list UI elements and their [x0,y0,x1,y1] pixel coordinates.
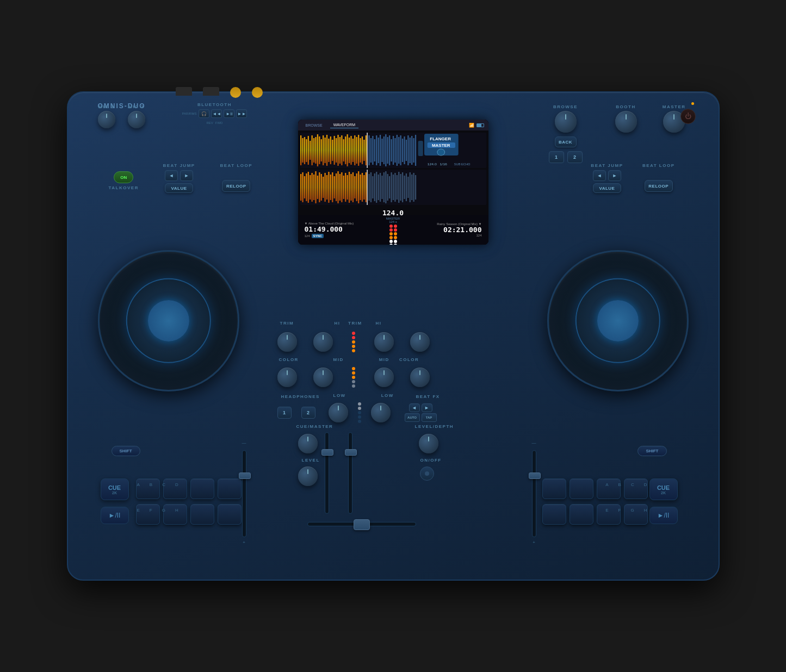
mic2-knob[interactable] [128,111,145,128]
left-fader-track[interactable] [242,450,246,537]
transport-play[interactable]: ►II [224,109,234,118]
right-pad-f-label: F [618,508,621,513]
color-left-knob[interactable] [277,368,297,387]
trim-right-knob[interactable] [410,332,430,352]
right-pad-c[interactable] [597,478,621,499]
right-fader-track[interactable] [532,450,536,537]
svg-rect-32 [360,138,361,163]
right-play-button[interactable]: ►/II [649,507,678,524]
mic2-section: MIC 2 [128,104,145,128]
load-button-2[interactable]: 2 [567,151,583,163]
left-beat-jump-fwd[interactable]: ► [180,170,193,181]
on-button[interactable]: ON [114,171,133,183]
left-beat-jump-back[interactable]: ◄ [165,170,178,181]
left-beat-loop-reloop[interactable]: RELOOP [222,180,250,192]
hi-left-knob[interactable] [313,332,333,352]
screen-tab-waveform[interactable]: WAVEFORM [330,122,358,128]
mixer-row1 [277,332,430,352]
left-channel-fader[interactable] [325,432,329,514]
svg-rect-112 [374,173,375,201]
right-beat-jump-back[interactable]: ◄ [593,170,606,181]
mixer-row3: 1 2 ◄ ► AUTO TAP [277,402,437,423]
mid-left-knob[interactable] [313,368,333,387]
left-pad-e[interactable] [136,504,160,525]
left-play-button[interactable]: ►/II [101,507,129,524]
left-pad-c[interactable] [190,478,214,499]
right-channel-fader-handle[interactable] [345,449,357,456]
right-fader-section: — + [532,440,536,549]
left-pad-g[interactable] [190,504,214,525]
left-shift-button[interactable]: SHIFT [112,446,140,456]
auto-button[interactable]: AUTO [405,413,420,422]
right-jog-wheel[interactable] [547,250,689,391]
hp-button-2[interactable]: 2 [301,407,315,419]
transport-prev[interactable]: ◄◄ [211,109,222,118]
right-pad-g[interactable] [597,504,621,525]
right-beat-jump-label: BEAT JUMP [591,163,623,168]
crossfader-track[interactable] [307,522,416,526]
svg-rect-132 [411,175,412,200]
beat-fx-fwd[interactable]: ► [422,403,432,412]
back-button[interactable]: BACK [555,136,577,147]
left-beat-jump-value[interactable]: VALUE [165,183,193,193]
low-left-knob[interactable] [329,403,348,422]
cue-master-knob[interactable] [298,434,318,453]
svg-rect-100 [352,172,353,202]
svg-point-67 [437,149,444,155]
right-channel-fader[interactable] [348,432,352,514]
left-cue-button[interactable]: CUE 2K [101,478,129,500]
browse-knob[interactable] [555,111,577,133]
left-pad-b[interactable] [163,478,187,499]
booth-knob[interactable] [615,111,637,133]
crossfader-handle[interactable] [354,519,370,530]
left-channel-fader-handle[interactable] [321,449,333,456]
svg-rect-72 [300,174,301,201]
svg-rect-11 [320,139,321,161]
beat-fx-back[interactable]: ◄ [409,403,420,412]
left-pad-h[interactable] [218,504,242,525]
right-shift-button[interactable]: SHIFT [638,446,666,456]
trim-left-knob[interactable] [277,332,297,352]
connector-gold-2 [252,87,263,98]
left-fader-handle[interactable] [239,472,251,479]
right-pad-b[interactable] [570,478,593,499]
low-right-knob[interactable] [371,403,391,422]
load-button-1[interactable]: 1 [549,151,564,163]
left-pad-f[interactable] [163,504,187,525]
svg-text:SUB ECHO: SUB ECHO [454,163,470,166]
right-pad-h[interactable] [624,504,648,525]
svg-rect-123 [394,173,395,202]
level-depth-knob[interactable] [419,434,438,453]
right-pad-e[interactable] [542,504,566,525]
sync-button[interactable]: SYNC [312,234,324,238]
right-cue-button[interactable]: CUE 2K [649,478,678,500]
hp-button-1[interactable]: 1 [277,407,292,419]
hi-right-knob[interactable] [374,332,394,352]
right-beat-jump-fwd[interactable]: ► [608,170,621,181]
level-knob[interactable] [298,466,318,486]
transport-next[interactable]: ►► [236,109,247,118]
waveform-track-2 [300,170,486,205]
right-pad-d[interactable] [624,478,648,499]
waveform-track-1: FLANGER MASTER 124.0 1/16 SUB ECHO [300,133,486,168]
right-fader-handle[interactable] [529,472,541,479]
right-pad-f[interactable] [570,504,593,525]
svg-rect-111 [372,176,373,198]
right-beat-jump-value[interactable]: VALUE [593,183,621,193]
svg-rect-33 [361,136,362,164]
headphone-btn[interactable]: 🎧 [199,109,209,118]
right-pad-a[interactable] [542,478,566,499]
left-jog-wheel[interactable] [98,250,239,391]
tap-button[interactable]: TAP [422,413,437,422]
left-pad-a[interactable] [136,478,160,499]
left-pad-d[interactable] [218,478,242,499]
mid-right-knob[interactable] [374,368,394,387]
color-right-knob[interactable] [410,368,430,387]
right-beat-loop-reloop[interactable]: RELOOP [645,180,673,192]
on-off-button[interactable] [420,466,434,481]
pad-b-label: B [150,482,152,487]
mic1-label: MIC 1 [98,104,114,109]
screen-tab-browse[interactable]: BROWSE [302,122,326,128]
mic1-knob[interactable] [98,111,115,128]
power-button[interactable]: ⏻ [680,109,696,124]
